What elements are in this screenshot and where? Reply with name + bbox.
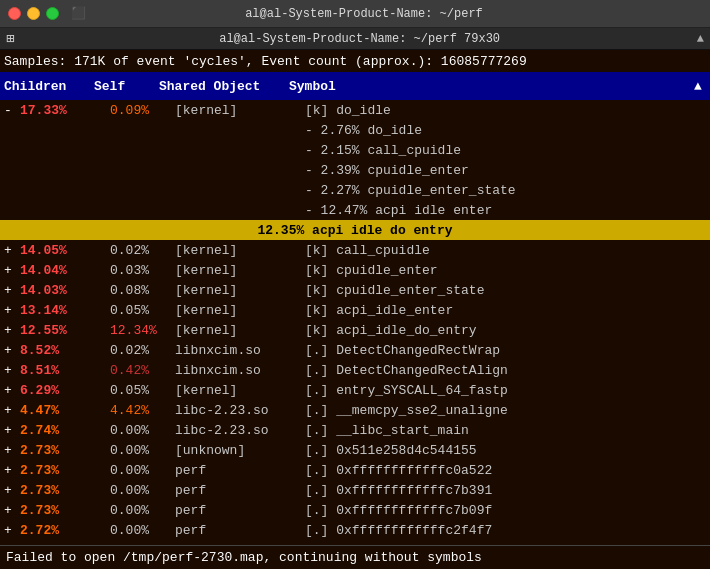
table-row[interactable]: - 17.33% 0.09% [kernel] [k] do_idle	[0, 100, 710, 120]
table-row[interactable]: + 2.72% 0.00% perf [.] 0xffffffffffffc2f…	[0, 520, 710, 540]
row-prefix: +	[4, 443, 20, 458]
row-self-cell: 0.09%	[110, 103, 175, 118]
row-children-cell: 2.73%	[20, 483, 110, 498]
row-children: 2.73%	[20, 463, 59, 478]
maximize-button[interactable]	[46, 7, 59, 20]
row-self-cell: 0.00%	[110, 423, 175, 438]
close-button[interactable]	[8, 7, 21, 20]
table-row[interactable]: - 12.47% acpi idle enter	[0, 200, 710, 220]
row-prefix: +	[4, 383, 20, 398]
minimize-button[interactable]	[27, 7, 40, 20]
table-row[interactable]: + 2.74% 0.00% libc-2.23.so [.] __libc_st…	[0, 420, 710, 440]
row-children-cell: 2.72%	[20, 523, 110, 538]
row-self: 0.00%	[110, 443, 149, 458]
row-shared: [kernel]	[175, 263, 305, 278]
row-prefix: +	[4, 283, 20, 298]
grid-icon: ⊞	[6, 30, 14, 47]
col-header-symbol: Symbol	[289, 79, 690, 94]
row-symbol: [.] __memcpy_sse2_unaligne	[305, 403, 706, 418]
table-row[interactable]: + 2.73% 0.00% perf [.] 0xffffffffffffc0a…	[0, 460, 710, 480]
row-children-cell: 8.52%	[20, 343, 110, 358]
row-symbol: [.] DetectChangedRectWrap	[305, 343, 706, 358]
row-self: 0.00%	[110, 483, 149, 498]
row-self-cell: 12.34%	[110, 323, 175, 338]
row-children: 2.73%	[20, 443, 59, 458]
table-row[interactable]: + 12.55% 12.34% [kernel] [k] acpi_idle_d…	[0, 320, 710, 340]
table-row[interactable]: + 6.29% 0.05% [kernel] [.] entry_SYSCALL…	[0, 380, 710, 400]
row-symbol: [.] 0x511e258d4c544155	[305, 443, 706, 458]
col-header-children: Children	[4, 79, 94, 94]
menu-bar-title: al@al-System-Product-Name: ~/perf 79x30	[22, 32, 696, 46]
row-self: 0.00%	[110, 503, 149, 518]
row-prefix: +	[4, 503, 20, 518]
row-self: 0.05%	[110, 303, 149, 318]
row-symbol: [k] acpi_idle_enter	[305, 303, 706, 318]
row-children: 6.29%	[20, 383, 59, 398]
row-self-cell: 0.02%	[110, 243, 175, 258]
row-self: 0.02%	[110, 243, 149, 258]
table-row[interactable]: - 2.15% call_cpuidle	[0, 140, 710, 160]
row-children-cell: 14.04%	[20, 263, 110, 278]
row-shared: perf	[175, 463, 305, 478]
row-children-cell: 4.47%	[20, 403, 110, 418]
row-self: 0.08%	[110, 283, 149, 298]
row-prefix: +	[4, 303, 20, 318]
row-self-cell: 0.02%	[110, 343, 175, 358]
row-symbol: [.] entry_SYSCALL_64_fastp	[305, 383, 706, 398]
row-self: 12.34%	[110, 323, 157, 338]
row-children: 13.14%	[20, 303, 67, 318]
window: ⬛ al@al-System-Product-Name: ~/perf ⊞ al…	[0, 0, 710, 545]
table-row[interactable]: + 2.73% 0.00% [unknown] [.] 0x511e258d4c…	[0, 440, 710, 460]
row-children-cell: 12.55%	[20, 323, 110, 338]
row-prefix: +	[4, 243, 20, 258]
row-prefix: +	[4, 363, 20, 378]
title-bar: ⬛ al@al-System-Product-Name: ~/perf	[0, 0, 710, 28]
status-bar: Failed to open /tmp/perf-2730.map, conti…	[0, 545, 710, 569]
row-children-cell: 2.73%	[20, 503, 110, 518]
table-row[interactable]: + 14.04% 0.03% [kernel] [k] cpuidle_ente…	[0, 260, 710, 280]
row-prefix: +	[4, 463, 20, 478]
row-children: 14.03%	[20, 283, 67, 298]
table-row[interactable]: + 4.47% 4.42% libc-2.23.so [.] __memcpy_…	[0, 400, 710, 420]
row-children: 8.51%	[20, 363, 59, 378]
row-prefix: +	[4, 423, 20, 438]
row-children-cell: 2.73%	[20, 463, 110, 478]
row-self-cell: 0.00%	[110, 443, 175, 458]
row-self: 0.03%	[110, 263, 149, 278]
row-self-cell: 0.08%	[110, 283, 175, 298]
table-row[interactable]: + 8.52% 0.02% libnxcim.so [.] DetectChan…	[0, 340, 710, 360]
table-row[interactable]: 12.35% acpi idle do entry	[0, 220, 710, 240]
table-row[interactable]: + 13.14% 0.05% [kernel] [k] acpi_idle_en…	[0, 300, 710, 320]
row-children: 12.55%	[20, 323, 67, 338]
menu-bar: ⊞ al@al-System-Product-Name: ~/perf 79x3…	[0, 28, 710, 50]
row-symbol: 12.35% acpi idle do entry	[257, 223, 452, 238]
row-children-cell: 6.29%	[20, 383, 110, 398]
row-shared: [kernel]	[175, 103, 305, 118]
title-text: al@al-System-Product-Name: ~/perf	[92, 7, 636, 21]
table-row[interactable]: + 14.05% 0.02% [kernel] [k] call_cpuidle	[0, 240, 710, 260]
row-symbol: [.] 0xffffffffffffc7b391	[305, 483, 706, 498]
row-children-cell: 14.03%	[20, 283, 110, 298]
row-self: 0.02%	[110, 343, 149, 358]
table-row[interactable]: + 14.03% 0.08% [kernel] [k] cpuidle_ente…	[0, 280, 710, 300]
scroll-up-arrow[interactable]: ▲	[690, 79, 706, 94]
table-row[interactable]: + 2.73% 0.00% perf [.] 0xffffffffffffc7b…	[0, 480, 710, 500]
row-children: 2.74%	[20, 423, 59, 438]
row-symbol: - 2.15% call_cpuidle	[305, 143, 706, 158]
row-shared: libnxcim.so	[175, 343, 305, 358]
table-row[interactable]: + 2.73% 0.00% perf [.] 0xffffffffffffc7b…	[0, 500, 710, 520]
row-symbol: [k] cpuidle_enter	[305, 263, 706, 278]
row-self-cell: 0.00%	[110, 463, 175, 478]
row-symbol: [.] 0xffffffffffffc2f4f7	[305, 523, 706, 538]
row-shared: [kernel]	[175, 283, 305, 298]
row-prefix: +	[4, 323, 20, 338]
table-row[interactable]: - 2.27% cpuidle_enter_state	[0, 180, 710, 200]
row-symbol: [k] call_cpuidle	[305, 243, 706, 258]
row-self-cell: 0.05%	[110, 383, 175, 398]
row-children-cell: 13.14%	[20, 303, 110, 318]
table-row[interactable]: + 8.51% 0.42% libnxcim.so [.] DetectChan…	[0, 360, 710, 380]
row-children-cell: 14.05%	[20, 243, 110, 258]
table-row[interactable]: - 2.39% cpuidle_enter	[0, 160, 710, 180]
table-row[interactable]: - 2.76% do_idle	[0, 120, 710, 140]
row-children-cell: 2.73%	[20, 443, 110, 458]
